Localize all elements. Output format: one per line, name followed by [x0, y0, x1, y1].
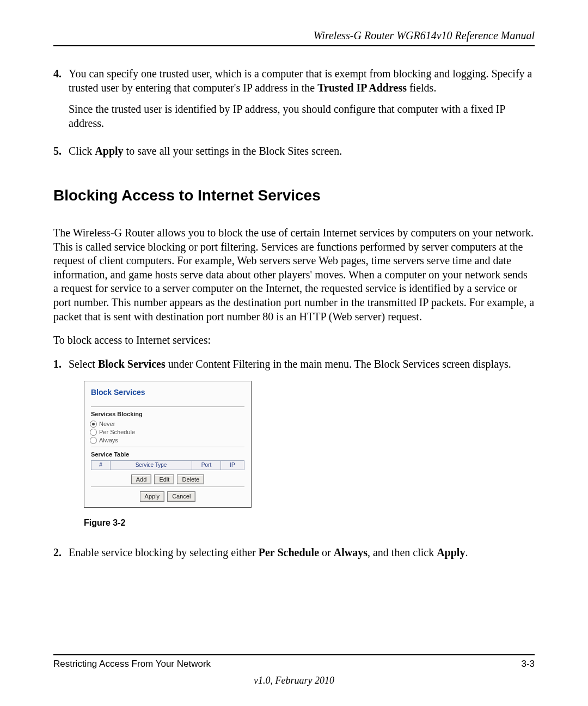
- text: Select: [69, 358, 98, 370]
- radio-icon: [90, 421, 97, 428]
- section-heading: Blocking Access to Internet Services: [53, 187, 535, 204]
- step-1: 1. Select Block Services under Content F…: [53, 357, 535, 531]
- radio-icon: [90, 437, 97, 444]
- bold-text: Per Schedule: [259, 546, 319, 558]
- footer-row: Restricting Access From Your Network 3-3: [53, 659, 535, 670]
- apply-button[interactable]: Apply: [140, 491, 165, 501]
- text: or: [319, 546, 334, 558]
- edit-button[interactable]: Edit: [154, 474, 174, 484]
- radio-per-schedule[interactable]: Per Schedule: [90, 428, 244, 436]
- ss-rule: [91, 406, 244, 407]
- step-number: 2.: [53, 546, 69, 568]
- bold-text: Apply: [95, 145, 123, 157]
- step-5-para: Click Apply to save all your settings in…: [69, 144, 535, 159]
- steps-continued: 4. You can specify one trusted user, whi…: [53, 67, 535, 166]
- steps-new: 1. Select Block Services under Content F…: [53, 357, 535, 568]
- form-buttons: Apply Cancel: [91, 491, 244, 501]
- page-footer: Restricting Access From Your Network 3-3…: [53, 654, 535, 686]
- radio-label: Per Schedule: [99, 428, 135, 436]
- radio-always[interactable]: Always: [90, 436, 244, 444]
- step-body: You can specify one trusted user, which …: [69, 67, 535, 138]
- step-number: 5.: [53, 144, 69, 166]
- step-4-para2: Since the trusted user is identified by …: [69, 102, 535, 130]
- bold-text: Trusted IP Address: [317, 82, 407, 94]
- bold-text: Block Services: [98, 358, 166, 370]
- footer-rule: [53, 654, 535, 655]
- th-num: #: [91, 460, 111, 470]
- footer-version: v1.0, February 2010: [53, 675, 535, 686]
- ss-rule: [91, 486, 244, 487]
- radio-label: Always: [99, 436, 118, 444]
- page: Wireless-G Router WGR614v10 Reference Ma…: [0, 0, 588, 706]
- service-table: # Service Type Port IP: [91, 460, 244, 471]
- figure-caption: Figure 3-2: [84, 518, 535, 528]
- ss-subheading-services-blocking: Services Blocking: [91, 410, 244, 418]
- bold-text: Always: [334, 546, 367, 558]
- text: Click: [69, 145, 95, 157]
- step-4-para1: You can specify one trusted user, which …: [69, 67, 535, 95]
- footer-page-number: 3-3: [521, 659, 535, 670]
- step-number: 1.: [53, 357, 69, 531]
- intro-paragraph: The Wireless-G Router allows you to bloc…: [53, 226, 535, 324]
- text: to save all your settings in the Block S…: [124, 145, 342, 157]
- ss-title: Block Services: [91, 388, 244, 398]
- delete-button[interactable]: Delete: [177, 474, 204, 484]
- lead-line: To block access to Internet services:: [53, 333, 535, 348]
- bold-text: Apply: [437, 546, 465, 558]
- step-2-para: Enable service blocking by selecting eit…: [69, 546, 535, 560]
- table-buttons: Add Edit Delete: [91, 474, 244, 484]
- text: Enable service blocking by selecting eit…: [69, 546, 259, 558]
- doc-header-title: Wireless-G Router WGR614v10 Reference Ma…: [53, 29, 535, 42]
- step-1-para: Select Block Services under Content Filt…: [69, 357, 535, 372]
- ss-rule: [91, 447, 244, 447]
- block-services-screenshot: Block Services Services Blocking Never P…: [84, 381, 252, 507]
- text: .: [465, 546, 468, 558]
- step-4: 4. You can specify one trusted user, whi…: [53, 67, 535, 138]
- cancel-button[interactable]: Cancel: [167, 491, 195, 501]
- radio-label: Never: [99, 420, 115, 428]
- text: You can specify one trusted user, which …: [69, 68, 532, 94]
- step-body: Enable service blocking by selecting eit…: [69, 546, 535, 568]
- ss-subheading-service-table: Service Table: [91, 451, 244, 458]
- step-body: Click Apply to save all your settings in…: [69, 144, 535, 166]
- step-body: Select Block Services under Content Filt…: [69, 357, 535, 531]
- add-button[interactable]: Add: [131, 474, 152, 484]
- th-port: Port: [192, 460, 221, 470]
- text: fields.: [407, 82, 436, 94]
- text: , and then click: [367, 546, 437, 558]
- th-ip: IP: [221, 460, 244, 470]
- step-2: 2. Enable service blocking by selecting …: [53, 546, 535, 568]
- step-number: 4.: [53, 67, 69, 138]
- footer-section-title: Restricting Access From Your Network: [53, 659, 211, 670]
- step-5: 5. Click Apply to save all your settings…: [53, 144, 535, 166]
- radio-never[interactable]: Never: [90, 420, 244, 428]
- th-service-type: Service Type: [111, 460, 192, 470]
- figure-3-2: Block Services Services Blocking Never P…: [84, 381, 535, 528]
- table-header-row: # Service Type Port IP: [91, 460, 244, 470]
- text: under Content Filtering in the main menu…: [166, 358, 511, 370]
- radio-icon: [90, 429, 97, 436]
- header-rule: [53, 45, 535, 46]
